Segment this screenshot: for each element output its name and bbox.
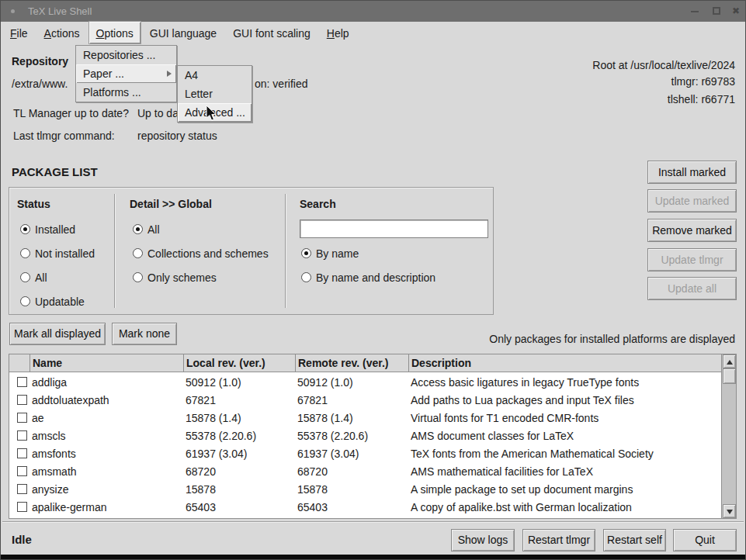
table-row[interactable]: addtoluatexpath 67821 67821 Add paths to… <box>9 391 721 409</box>
menu-options[interactable]: Options <box>89 22 141 43</box>
scroll-down-button[interactable] <box>723 504 736 518</box>
radio-only-schemes[interactable]: Only schemes <box>133 271 217 284</box>
header-remote-rev[interactable]: Remote rev. (ver.) <box>295 354 408 372</box>
radio-icon <box>20 248 30 258</box>
cell-remote-rev: 55378 (2.20.6) <box>295 430 408 442</box>
menuitem-paper-label: Paper ... <box>83 67 124 80</box>
radio-icon <box>20 272 30 282</box>
table-row[interactable]: addliga 50912 (1.0) 50912 (1.0) Access b… <box>9 373 721 391</box>
close-button[interactable]: ✖ <box>727 1 745 22</box>
status-heading: Status <box>17 198 50 210</box>
mark-none-button[interactable]: Mark none <box>112 323 177 345</box>
submenu-arrow-icon <box>167 71 172 77</box>
quit-button[interactable]: Quit <box>673 529 737 551</box>
maximize-button[interactable] <box>707 1 726 22</box>
radio-all-status[interactable]: All <box>20 271 47 284</box>
row-checkbox[interactable] <box>17 484 27 494</box>
radio-detail-all[interactable]: All <box>133 223 160 236</box>
radio-icon <box>301 248 311 258</box>
radio-by-name[interactable]: By name <box>301 247 359 260</box>
table-row[interactable]: amsfonts 61937 (3.04) 61937 (3.04) TeX f… <box>9 444 721 462</box>
update-marked-button[interactable]: Update marked <box>647 189 737 213</box>
tl-manager-label: TL Manager up to date? <box>13 107 129 119</box>
cell-remote-rev: 65403 <box>295 501 408 513</box>
row-checkbox[interactable] <box>17 448 27 458</box>
menu-gui-font-scaling[interactable]: GUI font scaling <box>226 22 317 43</box>
cell-description: AMS document classes for LaTeX <box>408 430 721 442</box>
remove-marked-button[interactable]: Remove marked <box>647 219 737 242</box>
cell-description: Add paths to Lua packages and input TeX … <box>408 394 721 406</box>
radio-by-name-description[interactable]: By name and description <box>301 271 435 284</box>
minimize-button[interactable] <box>685 1 704 22</box>
search-input[interactable] <box>300 220 488 238</box>
menu-file[interactable]: File <box>3 22 35 43</box>
cell-local-rev: 50912 (1.0) <box>183 376 295 389</box>
radio-label: All <box>147 223 160 236</box>
update-tlmgr-button[interactable]: Update tlmgr <box>647 248 737 271</box>
row-checkbox[interactable] <box>17 430 27 441</box>
radio-collections-schemes[interactable]: Collections and schemes <box>133 247 269 260</box>
window-title: TeX Live Shell <box>28 5 92 17</box>
menu-gui-language[interactable]: GUI language <box>143 22 224 43</box>
menu-help[interactable]: Help <box>320 22 356 43</box>
package-table: Name Local rev. (ver.) Remote rev. (ver.… <box>9 354 737 519</box>
search-heading: Search <box>300 198 336 210</box>
header-local-rev[interactable]: Local rev. (ver.) <box>183 354 295 372</box>
cell-remote-rev: 68720 <box>295 465 408 478</box>
root-path: Root at /usr/local/texlive/2024 <box>592 59 735 71</box>
statusbar-separator <box>2 521 744 522</box>
menuitem-a4[interactable]: A4 <box>178 66 252 85</box>
radio-icon <box>133 248 143 258</box>
restart-tlmgr-button[interactable]: Restart tlmgr <box>522 529 595 551</box>
row-checkbox[interactable] <box>17 377 27 387</box>
update-all-button[interactable]: Update all <box>647 277 737 300</box>
table-row[interactable]: apalike-german 65403 65403 A copy of apa… <box>9 498 721 516</box>
row-checkbox[interactable] <box>17 413 27 423</box>
scroll-up-button[interactable] <box>723 354 736 368</box>
radio-updatable[interactable]: Updatable <box>20 295 85 308</box>
vertical-scrollbar[interactable] <box>721 354 736 518</box>
menuitem-repositories[interactable]: Repositories ... <box>76 46 176 64</box>
row-checkbox[interactable] <box>17 395 27 405</box>
panel-divider <box>114 194 115 308</box>
table-row[interactable]: anysize 15878 15878 A simple package to … <box>9 480 721 498</box>
radio-icon <box>301 272 311 282</box>
filter-panel: Status Installed Not installed All Updat… <box>9 187 494 315</box>
radio-not-installed[interactable]: Not installed <box>20 247 95 260</box>
cell-remote-rev: 61937 (3.04) <box>295 448 408 460</box>
tlmgr-revision: tlmgr: r69783 <box>671 75 735 88</box>
cell-description: Access basic ligatures in legacy TrueTyp… <box>408 376 721 389</box>
header-description[interactable]: Description <box>408 354 721 372</box>
install-marked-button[interactable]: Install marked <box>647 161 737 184</box>
status-text: Idle <box>12 533 32 546</box>
menuitem-paper[interactable]: Paper ... <box>76 64 176 83</box>
header-checkbox-column[interactable] <box>9 354 29 372</box>
tex-live-shell-window: TeX Live Shell ✖ File Actions Options GU… <box>0 0 746 560</box>
options-dropdown-menu: Repositories ... Paper ... Platforms ... <box>75 45 177 102</box>
header-name[interactable]: Name <box>29 354 183 372</box>
radio-icon <box>20 224 30 234</box>
restart-self-button[interactable]: Restart self <box>603 529 666 551</box>
titlebar: TeX Live Shell ✖ <box>1 1 745 22</box>
row-checkbox[interactable] <box>17 466 27 476</box>
table-header: Name Local rev. (ver.) Remote rev. (ver.… <box>9 354 721 372</box>
window-icon <box>11 9 15 13</box>
window-bottom-edge <box>1 555 745 559</box>
cell-local-rev: 67821 <box>183 394 295 406</box>
radio-installed[interactable]: Installed <box>20 223 75 236</box>
tlshell-revision: tlshell: r66771 <box>668 93 735 105</box>
scrollbar-thumb[interactable] <box>723 368 736 384</box>
table-row[interactable]: ae 15878 (1.4) 15878 (1.4) Virtual fonts… <box>9 409 721 427</box>
cell-description: A copy of apalike.bst with German locali… <box>408 501 721 513</box>
cell-name: amsmath <box>29 465 183 478</box>
cell-remote-rev: 15878 (1.4) <box>295 412 408 424</box>
cell-local-rev: 55378 (2.20.6) <box>183 430 295 442</box>
menuitem-letter[interactable]: Letter <box>178 85 252 103</box>
table-row[interactable]: amsmath 68720 68720 AMS mathematical fac… <box>9 462 721 480</box>
row-checkbox[interactable] <box>17 502 27 512</box>
table-row[interactable]: amscls 55378 (2.20.6) 55378 (2.20.6) AMS… <box>9 427 721 444</box>
mark-all-displayed-button[interactable]: Mark all displayed <box>9 323 106 345</box>
menuitem-platforms[interactable]: Platforms ... <box>76 83 176 102</box>
show-logs-button[interactable]: Show logs <box>451 529 515 551</box>
menu-actions[interactable]: Actions <box>37 22 87 43</box>
